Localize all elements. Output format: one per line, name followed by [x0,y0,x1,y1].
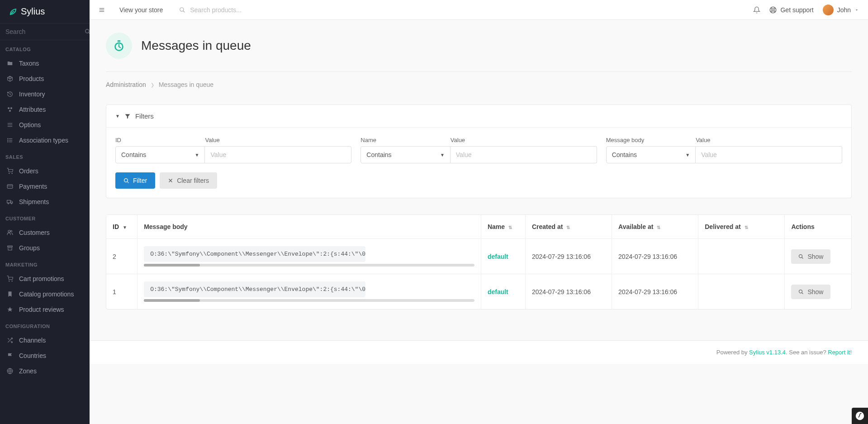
footer: Powered by Sylius v1.13.4. See an issue?… [90,340,868,364]
svg-rect-4 [9,110,11,112]
sidebar-item-taxons[interactable]: Taxons [0,56,90,71]
sidebar-item-catalog-promotions[interactable]: Catalog promotions [0,286,90,302]
sidebar-item-cart-promotions[interactable]: Cart promotions [0,271,90,286]
nav-section-title: CUSTOMER [0,210,90,225]
sidebar-item-zones[interactable]: Zones [0,363,90,379]
name-link[interactable]: default [488,253,508,260]
col-delivered[interactable]: Delivered at ⇅ [698,215,785,239]
get-support-label: Get support [780,6,813,14]
messages-table: ID ▼ Message body Name ⇅ Created at [106,214,852,310]
symfony-icon [855,411,864,420]
code-block[interactable]: O:36:\"Symfony\\Component\\Messenger\\En… [144,281,365,297]
cell-delivered [698,239,785,274]
sidebar-item-product-reviews[interactable]: Product reviews [0,302,90,317]
top-search [174,6,749,14]
sidebar-item-customers[interactable]: Customers [0,225,90,240]
filter-group-id: ID Value Contains ▼ [115,137,351,163]
svg-point-0 [85,29,89,33]
product-search-input[interactable] [190,6,749,14]
sidebar-item-groups[interactable]: Groups [0,240,90,256]
user-menu[interactable]: John [823,5,859,15]
cell-actions: Show [785,239,851,274]
shuffle-icon [6,337,14,343]
sidebar-item-payments[interactable]: Payments [0,179,90,194]
star-icon [6,306,14,313]
svg-point-14 [9,173,9,174]
user-name: John [837,6,851,14]
svg-rect-41 [118,40,121,42]
filter-value-input[interactable] [451,146,597,163]
filter-value-input[interactable] [205,146,351,163]
sidebar-item-countries[interactable]: Countries [0,348,90,363]
filter-type-select[interactable]: Contains ▼ [606,146,696,163]
filter-type-select[interactable]: Contains ▼ [360,146,450,163]
col-created[interactable]: Created at ⇅ [525,215,612,239]
table-row: 1 O:36:\"Symfony\\Component\\Messenger\\… [106,274,851,310]
view-store-link[interactable]: View your store [112,6,170,14]
svg-point-20 [11,203,12,204]
sidebar-item-inventory[interactable]: Inventory [0,86,90,102]
sidebar-item-attributes[interactable]: Attributes [0,102,90,117]
nav-label: Zones [19,367,37,375]
caret-down-icon: ▼ [115,114,120,119]
svg-point-48 [799,254,802,257]
filter-group-name: Name Value Contains ▼ [360,137,597,163]
sort-icon: ⇅ [508,225,512,230]
sidebar-search[interactable] [0,23,90,40]
sidebar-item-products[interactable]: Products [0,71,90,86]
hamburger-icon[interactable] [95,3,109,17]
page-header: Messages in queue [106,33,852,59]
nav-label: Cart promotions [19,275,64,282]
card-icon [6,183,14,190]
show-button[interactable]: Show [791,285,830,299]
svg-point-15 [12,173,12,174]
sort-icon: ⇅ [566,225,570,230]
sidebar-item-orders[interactable]: Orders [0,163,90,179]
filter-value-input[interactable] [696,146,842,163]
sidebar-item-shipments[interactable]: Shipments [0,194,90,210]
filter-type-select[interactable]: Contains ▼ [115,146,205,163]
svg-point-50 [799,290,802,293]
clear-filters-label: Clear filters [177,177,209,184]
filters-toggle[interactable]: ▼ Filters [106,105,851,127]
cart-icon [6,276,14,282]
search-icon [85,29,90,35]
report-link[interactable]: Report it! [828,349,852,356]
caret-down-icon: ▼ [195,152,199,157]
sidebar-item-association-types[interactable]: Association types [0,133,90,148]
scrollbar[interactable] [144,264,474,267]
filters-card: ▼ Filters ID Value Contains ▼ Na [106,105,852,198]
sidebar-item-channels[interactable]: Channels [0,333,90,348]
symfony-badge[interactable] [852,408,868,424]
close-icon [168,178,173,183]
col-id[interactable]: ID ▼ [106,215,138,239]
col-name[interactable]: Name ⇅ [481,215,525,239]
code-block[interactable]: O:36:\"Symfony\\Component\\Messenger\\En… [144,246,365,262]
brand-logo[interactable]: Sylius [0,0,90,23]
nav-section-title: MARKETING [0,256,90,271]
scrollbar[interactable] [144,299,474,302]
col-actions: Actions [785,215,851,239]
svg-line-45 [127,181,128,183]
get-support-link[interactable]: Get support [769,6,813,14]
svg-line-49 [802,257,803,258]
nav-label: Product reviews [19,306,64,313]
sidebar-item-options[interactable]: Options [0,117,90,133]
svg-rect-16 [7,185,13,188]
nav-label: Attributes [19,106,46,113]
sidebar-search-input[interactable] [5,28,85,35]
clear-filters-button[interactable]: Clear filters [160,172,217,189]
breadcrumb-admin[interactable]: Administration [106,81,146,88]
cell-id: 2 [106,239,138,274]
name-link[interactable]: default [488,288,508,295]
users-icon [6,229,14,236]
col-available[interactable]: Available at ⇅ [612,215,698,239]
bell-icon[interactable] [753,6,760,14]
truck-icon [6,199,14,205]
version-link[interactable]: Sylius v1.13.4 [749,349,786,356]
nav-label: Taxons [19,60,39,67]
svg-point-21 [8,230,10,233]
filter-button[interactable]: Filter [115,172,155,189]
show-button[interactable]: Show [791,249,830,264]
search-icon [179,7,185,13]
